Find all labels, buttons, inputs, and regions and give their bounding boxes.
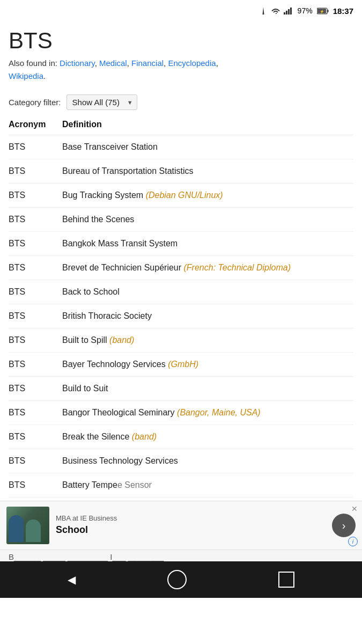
battery-percentage: 97% (298, 6, 313, 15)
acronym-cell: BTS (9, 135, 62, 159)
extra-text: (Bangor, Maine, USA) (177, 408, 261, 417)
table-row: BTSBehind the Scenes (9, 208, 353, 232)
definition-cell: Base Transceiver Station (62, 135, 353, 159)
filter-select[interactable]: Show All (75) (67, 94, 137, 110)
status-time: 18:37 (333, 6, 353, 16)
battery-icon: ⚡ (317, 8, 329, 14)
signal-bars-icon (284, 7, 293, 14)
svg-rect-1 (284, 12, 285, 14)
ad-close-button[interactable]: ✕ (351, 504, 358, 513)
table-row: BTSBrevet de Technicien Supérieur (Frenc… (9, 256, 353, 280)
status-icons (259, 7, 293, 14)
table-row: BTSBuilt to Spill (band) (9, 328, 353, 353)
acronym-cell: BTS (9, 184, 62, 208)
definition-cell: Bureau of Transportation Statistics (62, 159, 353, 184)
table-row: BTSBug Tracking System (Debian GNU/Linux… (9, 184, 353, 208)
filter-label: Category filter: (9, 98, 61, 107)
col-definition: Definition (62, 118, 353, 135)
acronym-cell: BTS (9, 232, 62, 256)
acronym-cell: BTS (9, 256, 62, 280)
extra-text: (French: Technical Diploma) (184, 263, 291, 272)
table-row: BTSBangkok Mass Transit System (9, 232, 353, 256)
home-button[interactable] (167, 570, 187, 589)
link-financial[interactable]: Financial (131, 58, 164, 68)
table-row: BTSBritish Thoracic Society (9, 304, 353, 328)
table-row: BTSBack to School (9, 280, 353, 304)
link-dictionary[interactable]: Dictionary (60, 58, 95, 68)
page-title: BTS (9, 28, 353, 54)
ad-banner[interactable]: MBA at IE Business School › ✕ i (0, 501, 362, 550)
main-content: BTS Also found in: Dictionary, Medical, … (0, 21, 362, 497)
link-medical[interactable]: Medical (99, 58, 127, 68)
definition-cell: Behind the Scenes (62, 208, 353, 232)
link-encyclopedia[interactable]: Encyclopedia (168, 58, 216, 68)
table-row: BTSBayer Technology Services (GmbH) (9, 353, 353, 377)
svg-rect-3 (288, 9, 290, 14)
link-wikipedia[interactable]: Wikipedia (9, 71, 43, 80)
acronym-cell: BTS (9, 425, 62, 449)
extra-text: (band) (132, 432, 157, 441)
ad-main-text: School (56, 524, 326, 536)
table-row: BTSBreak the Silence (band) (9, 425, 353, 449)
acronym-cell: BTS (9, 449, 62, 473)
recent-apps-button[interactable] (278, 572, 294, 588)
ad-info-button[interactable]: i (348, 537, 358, 546)
extra-text: (Debian GNU/Linux) (146, 191, 223, 200)
figure1 (9, 515, 24, 542)
filter-select-wrapper[interactable]: Show All (75) (67, 94, 137, 110)
signal-icon (259, 7, 268, 14)
wifi-icon (271, 7, 280, 14)
definition-cell: British Thoracic Society (62, 304, 353, 328)
acronym-cell: BTS (9, 353, 62, 377)
definition-cell: Battery Tempee Sensor (62, 473, 353, 497)
acronym-cell: BTS (9, 377, 62, 401)
definition-cell: Back to School (62, 280, 353, 304)
also-found-label: Also found in: (9, 58, 57, 68)
definition-cell: Bayer Technology Services (GmbH) (62, 353, 353, 377)
ad-text-block: MBA at IE Business School (56, 514, 326, 536)
table-row: BTSBase Transceiver Station (9, 135, 353, 159)
table-row: BTSBuild to Suit (9, 377, 353, 401)
acronym-cell: BTS (9, 328, 62, 353)
bottom-partial-row: B______ _____ _________ I___ ________ (0, 550, 362, 561)
acronym-cell: BTS (9, 401, 62, 425)
ad-arrow-button[interactable]: › (332, 514, 356, 537)
table-header-row: Acronym Definition (9, 118, 353, 135)
svg-rect-6 (327, 10, 328, 12)
extra-text: (GmbH) (168, 360, 198, 369)
acronym-cell: BTS (9, 208, 62, 232)
partial-text: B______ _____ _________ I___ ________ (9, 552, 164, 561)
definition-cell: Bug Tracking System (Debian GNU/Linux) (62, 184, 353, 208)
acronym-cell: BTS (9, 159, 62, 184)
table-row: BTSBusiness Technology Services (9, 449, 353, 473)
definition-cell: Bangor Theological Seminary (Bangor, Mai… (62, 401, 353, 425)
table-row: BTSBattery Tempee Sensor (9, 473, 353, 497)
extra-text: (band) (109, 335, 134, 345)
svg-text:⚡: ⚡ (319, 9, 324, 14)
acronym-cell: BTS (9, 473, 62, 497)
definition-cell: Bangkok Mass Transit System (62, 232, 353, 256)
category-filter: Category filter: Show All (75) (9, 94, 353, 110)
ad-top-text: MBA at IE Business (56, 514, 326, 522)
col-acronym: Acronym (9, 118, 62, 135)
also-found-text: Also found in: Dictionary, Medical, Fina… (9, 57, 353, 83)
definition-cell: Break the Silence (band) (62, 425, 353, 449)
definition-cell: Built to Spill (band) (62, 328, 353, 353)
ad-image (6, 507, 49, 544)
figure2 (26, 519, 41, 542)
definition-cell: Brevet de Technicien Supérieur (French: … (62, 256, 353, 280)
nav-bar: ◀ (0, 561, 362, 598)
svg-marker-0 (262, 7, 264, 14)
svg-rect-2 (286, 11, 287, 14)
definition-cell: Business Technology Services (62, 449, 353, 473)
svg-rect-4 (290, 8, 292, 14)
table-row: BTSBureau of Transportation Statistics (9, 159, 353, 184)
acronym-cell: BTS (9, 304, 62, 328)
ad-figures (6, 513, 43, 544)
definition-cell: Build to Suit (62, 377, 353, 401)
table-row: BTSBangor Theological Seminary (Bangor, … (9, 401, 353, 425)
status-bar: 97% ⚡ 18:37 (0, 0, 362, 21)
acronym-table: Acronym Definition BTSBase Transceiver S… (9, 118, 353, 497)
acronym-cell: BTS (9, 280, 62, 304)
back-button[interactable]: ◀ (68, 573, 76, 586)
